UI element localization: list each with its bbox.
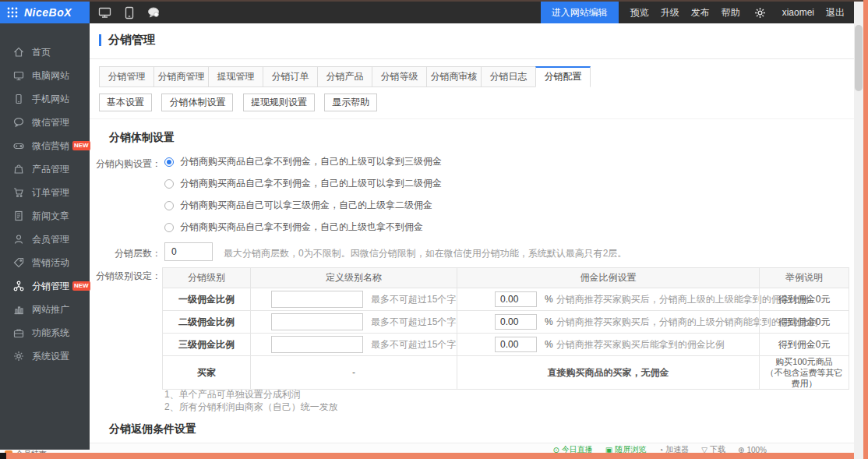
level-name: 三级佣金比例 — [163, 334, 250, 355]
radio-button[interactable] — [164, 201, 174, 210]
table-row-level3: 三级佣金比例 最多不可超过15个字 % 分销商推荐买家购买后能拿到的佣金比例 得… — [163, 333, 849, 355]
apps-grid-icon[interactable] — [7, 7, 18, 18]
table-row-level1: 一级佣金比例 最多不可超过15个字 % 分销商推荐买家购买后，分销商上级的上级能… — [163, 288, 849, 310]
note-2: 2、所有分销利润由商家（自己）统一发放 — [164, 401, 338, 414]
new-badge: NEW — [72, 281, 90, 291]
table-row-level2: 二级佣金比例 最多不可超过15个字 % 分销商推荐买家购买后，分销商的上级分销商… — [163, 310, 849, 333]
mobile-preview-icon[interactable] — [119, 2, 139, 23]
wechat-icon — [13, 117, 24, 128]
divider — [90, 118, 854, 119]
section-heading-rebate: 分销返佣条件设置 — [109, 422, 196, 436]
tab-distributor-manage[interactable]: 分销商管理 — [153, 66, 209, 87]
sidebar-item-home[interactable]: 首页 — [0, 41, 90, 64]
sidebar-item-marketing-campaign[interactable]: 营销活动 — [0, 251, 90, 274]
logo-text: NiceBoX — [24, 6, 72, 19]
publish-link[interactable]: 发布 — [691, 6, 710, 19]
level1-name-input[interactable] — [271, 291, 363, 308]
sidebar-item-order-manage[interactable]: 订单管理 — [0, 181, 90, 204]
sidebar-item-distribution-manage[interactable]: 分销管理 NEW — [0, 274, 90, 298]
level3-name-input[interactable] — [271, 336, 363, 353]
tab-distribution-orders[interactable]: 分销订单 — [263, 66, 318, 87]
radio-label: 分销商购买商品自己拿不到佣金，自己的上级可以拿到三级佣金 — [180, 155, 442, 168]
level2-rate-input[interactable] — [495, 314, 537, 330]
buyer-description: 直接购买商品的买家，无佣金 — [457, 356, 759, 389]
sidebar-item-system-settings[interactable]: 系统设置 — [0, 344, 90, 368]
title-accent-bar — [99, 34, 101, 46]
level2-name-input[interactable] — [271, 313, 363, 330]
tab-distributor-review[interactable]: 分销商审核 — [426, 66, 482, 87]
app-window: NiceBoX 进入网站编辑 预览 升级 发布 帮助 xiaomei 退出 首页… — [0, 0, 868, 459]
gear-icon — [13, 351, 24, 362]
sidebar-item-news-articles[interactable]: 新闻文章 — [0, 204, 90, 228]
tab-distribution-logs[interactable]: 分销日志 — [481, 66, 536, 87]
logo[interactable]: NiceBoX — [0, 2, 90, 23]
radio-button[interactable] — [164, 157, 174, 167]
top-header: NiceBoX 进入网站编辑 预览 升级 发布 帮助 xiaomei 退出 — [0, 2, 854, 23]
sidebar-item-wechat-marketing[interactable]: 微信营销 NEW — [0, 134, 90, 157]
tab-distribution-products[interactable]: 分销产品 — [317, 66, 372, 87]
mobile-icon — [13, 94, 24, 104]
bar-chart-icon — [13, 304, 24, 315]
show-help-button[interactable]: 显示帮助 — [324, 94, 377, 111]
scrollbar-thumb[interactable] — [855, 25, 863, 91]
level3-rate-input[interactable] — [495, 337, 537, 352]
sidebar-item-pc-site[interactable]: 电脑网站 — [0, 64, 90, 87]
levels-help-text: 最大分销商层数，0为不限制。因微信分销限制，如在微信使用分销功能，系统默认最高只… — [224, 247, 626, 260]
person-icon — [13, 234, 24, 245]
buyer-name-cell: - — [250, 356, 457, 389]
desktop-preview-icon[interactable] — [94, 2, 115, 23]
upgrade-link[interactable]: 升级 — [661, 6, 679, 19]
percent-sign: % — [545, 294, 553, 305]
sidebar-item-member-manage[interactable]: 会员管理 — [0, 228, 90, 251]
radio-option-3[interactable]: 分销商购买商品自己可以拿三级佣金，自己的上级拿二级佣金 — [164, 199, 432, 212]
system-settings-button[interactable]: 分销体制设置 — [161, 94, 233, 111]
col-header-name: 定义级别名称 — [250, 268, 457, 288]
radio-button[interactable] — [164, 223, 174, 232]
briefcase-icon — [13, 327, 24, 338]
example-text: 得到佣金0元 — [759, 288, 849, 310]
help-link[interactable]: 帮助 — [722, 6, 740, 19]
radio-label: 分销商购买商品自己拿不到佣金，自己的上级也拿不到佣金 — [180, 221, 423, 234]
basic-settings-button[interactable]: 基本设置 — [99, 94, 152, 111]
radio-option-2[interactable]: 分销商购买商品自己拿不到佣金，自己的上级可以拿到二级佣金 — [164, 177, 442, 190]
bottom-edge-border — [6, 453, 859, 459]
sidebar-item-wechat-manage[interactable]: 微信管理 — [0, 111, 90, 134]
subnav: 基本设置 分销体制设置 提现规则设置 显示帮助 — [99, 94, 383, 111]
wechat-preview-icon[interactable] — [144, 2, 164, 23]
bottom-left-corner — [0, 453, 6, 459]
enter-site-editor-button[interactable]: 进入网站编辑 — [541, 2, 619, 23]
percent-sign: % — [545, 339, 553, 350]
name-hint: 最多不可超过15个字 — [371, 338, 456, 351]
top-edge-border — [0, 0, 868, 2]
col-header-level: 分销级别 — [163, 268, 250, 288]
withdraw-rules-button[interactable]: 提现规则设置 — [243, 94, 315, 111]
logout-link[interactable]: 退出 — [826, 6, 845, 19]
radio-option-1[interactable]: 分销商购买商品自己拿不到佣金，自己的上级可以拿到三级佣金 — [164, 155, 442, 168]
tab-distribution-levels[interactable]: 分销等级 — [372, 66, 427, 87]
radio-button[interactable] — [164, 179, 174, 189]
scrollbar[interactable] — [854, 2, 863, 459]
preview-link[interactable]: 预览 — [630, 6, 649, 19]
sidebar-item-site-promotion[interactable]: 网站推广 — [0, 298, 90, 321]
level-name: 二级佣金比例 — [163, 311, 250, 333]
levels-input[interactable] — [164, 242, 213, 261]
name-hint: 最多不可超过15个字 — [371, 293, 456, 306]
divider — [90, 58, 854, 59]
settings-gear-icon[interactable] — [750, 2, 771, 23]
level-name: 买家 — [163, 356, 250, 389]
note-1: 1、单个产品可单独设置分成利润 — [164, 388, 301, 401]
levels-label: 分销层数： — [90, 247, 161, 260]
percent-sign: % — [545, 316, 553, 327]
sidebar-item-mobile-site[interactable]: 手机网站 — [0, 87, 90, 111]
sidebar-item-product-manage[interactable]: 产品管理 — [0, 157, 90, 181]
right-edge-border — [863, 0, 868, 459]
radio-option-4[interactable]: 分销商购买商品自己拿不到佣金，自己的上级也拿不到佣金 — [164, 221, 423, 234]
level1-rate-input[interactable] — [495, 291, 537, 307]
tab-distribution-manage[interactable]: 分销管理 — [99, 66, 154, 87]
tab-distribution-config[interactable]: 分销配置 — [535, 66, 591, 87]
username[interactable]: xiaomei — [782, 7, 814, 18]
grade-setting-label: 分销级别设定： — [90, 270, 161, 283]
tab-withdraw-manage[interactable]: 提现管理 — [208, 66, 263, 87]
sidebar-item-function-system[interactable]: 功能系统 — [0, 321, 90, 344]
page-title: 分销管理 — [108, 33, 155, 48]
